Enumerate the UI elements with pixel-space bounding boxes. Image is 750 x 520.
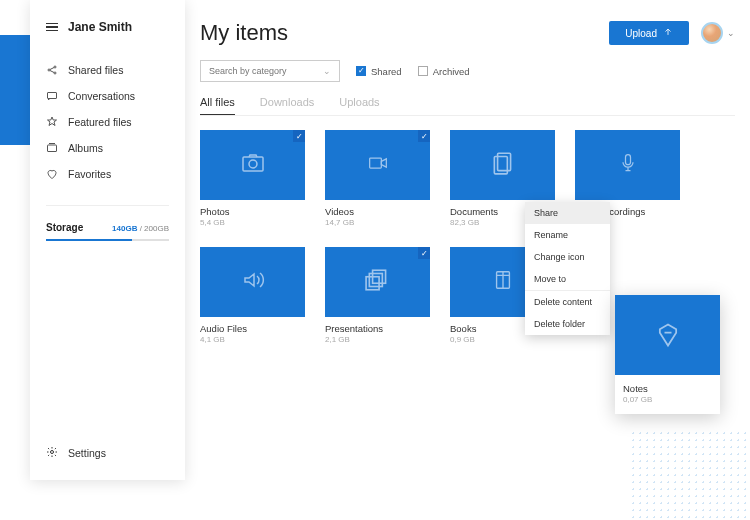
album-icon [46,142,58,154]
sidebar-item-albums[interactable]: Albums [46,142,169,154]
card-thumb [450,130,555,200]
sidebar-item-favorites[interactable]: Favorites [46,168,169,180]
svg-rect-13 [369,274,382,287]
chat-icon [46,90,58,102]
card-name: Presentations [325,323,430,334]
svg-point-1 [54,66,56,68]
card-name: Videos [325,206,430,217]
documents-icon [490,149,516,181]
folder-card[interactable]: ✓Videos14,7 GB [325,130,430,227]
context-menu-item[interactable]: Share [525,202,610,224]
card-thumb: ✓ [325,130,430,200]
sidebar-item-shared-files[interactable]: Shared files [46,64,169,76]
card-name: Photos [200,206,305,217]
card-thumb [615,295,720,375]
presentations-icon [364,267,392,297]
star-icon [46,116,58,128]
storage-bar [46,239,169,241]
settings-label: Settings [68,447,106,459]
category-select[interactable]: Search by category ⌄ [200,60,340,82]
chevron-down-icon: ⌄ [323,66,331,76]
heart-icon [46,168,58,180]
card-size: 2,1 GB [325,335,430,344]
archived-filter-checkbox[interactable]: Archived [418,66,470,77]
svg-rect-4 [48,145,57,152]
upload-icon [663,27,673,39]
card-thumb: ✓ [325,247,430,317]
shared-filter-checkbox[interactable]: ✓ Shared [356,66,402,77]
menu-icon[interactable] [46,23,58,32]
svg-point-2 [54,72,56,74]
context-menu-item[interactable]: Delete folder [525,313,610,335]
card-name: Notes [623,383,720,394]
decorative-dots [630,430,750,520]
nav-list: Shared files Conversations Featured file… [46,64,169,180]
selected-check-icon: ✓ [293,130,305,142]
upload-button[interactable]: Upload [609,21,689,45]
card-size: 0,07 GB [623,395,720,404]
card-size: 14,7 GB [325,218,430,227]
card-thumb: ✓ [200,130,305,200]
checkbox-unchecked-icon [418,66,428,76]
card-thumb [575,130,680,200]
camera-icon [238,151,268,179]
card-name: Audio Files [200,323,305,334]
context-menu-item[interactable]: Delete content [525,291,610,313]
sidebar-item-settings[interactable]: Settings [46,446,106,460]
card-thumb [200,247,305,317]
sidebar-item-label: Shared files [68,64,123,76]
card-size: 4,1 GB [200,335,305,344]
context-menu-item[interactable]: Move to [525,268,610,290]
audio-icon [239,268,267,296]
sidebar-item-conversations[interactable]: Conversations [46,90,169,102]
tab-downloads[interactable]: Downloads [260,96,314,115]
sidebar-item-label: Albums [68,142,103,154]
checkbox-checked-icon: ✓ [356,66,366,76]
book-icon [492,266,514,298]
card-size: 0,9 GB [450,335,555,344]
gear-icon [46,446,58,460]
pen-icon [654,321,682,349]
card-size: 5,4 GB [200,218,305,227]
share-icon [46,64,58,76]
tab-uploads[interactable]: Uploads [339,96,379,115]
mic-icon [618,148,638,182]
sidebar-item-label: Featured files [68,116,132,128]
video-icon [363,153,393,177]
sidebar-item-label: Conversations [68,90,135,102]
avatar [701,22,723,44]
folder-card[interactable]: ✓Presentations2,1 GB [325,247,430,344]
svg-point-7 [249,160,257,168]
context-menu-item[interactable]: Change icon [525,246,610,268]
tab-all-files[interactable]: All files [200,96,235,115]
storage-label: Storage [46,222,83,233]
svg-point-0 [48,69,50,71]
svg-rect-6 [243,157,263,171]
chevron-down-icon: ⌄ [727,28,735,38]
context-menu-item[interactable]: Rename [525,224,610,246]
folder-card[interactable]: ✓Photos5,4 GB [200,130,305,227]
svg-rect-8 [369,158,381,168]
context-menu: ShareRenameChange iconMove toDelete cont… [525,202,610,335]
folder-card-notes[interactable]: Notes 0,07 GB [615,295,720,414]
storage-widget: Storage 140GB / 200GB [46,205,169,241]
folder-card[interactable]: Audio Files4,1 GB [200,247,305,344]
selected-check-icon: ✓ [418,130,430,142]
page-title: My items [200,20,288,46]
svg-rect-3 [48,93,57,99]
sidebar-item-featured[interactable]: Featured files [46,116,169,128]
user-menu[interactable]: ⌄ [701,22,735,44]
user-name: Jane Smith [68,20,132,34]
sidebar: Jane Smith Shared files Conversations Fe… [30,0,185,480]
svg-point-5 [51,451,54,454]
tabs: All files Downloads Uploads [200,96,735,116]
storage-values: 140GB / 200GB [112,224,169,233]
selected-check-icon: ✓ [418,247,430,259]
sidebar-item-label: Favorites [68,168,111,180]
svg-rect-11 [625,155,630,165]
